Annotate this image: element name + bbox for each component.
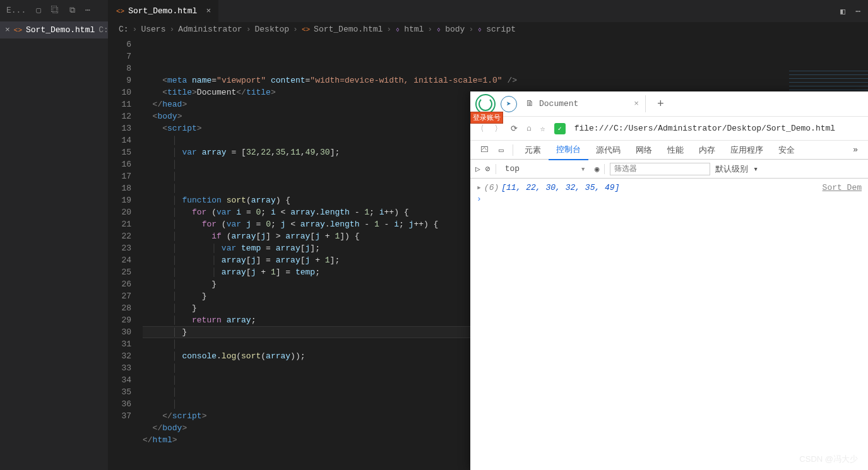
line-number: 8 (109, 62, 131, 74)
devtools-tab[interactable]: 应用程序 (723, 141, 771, 160)
new-file-icon[interactable]: ▢ (36, 5, 41, 15)
symbol-icon: ⬨ (436, 25, 441, 34)
inspect-icon[interactable]: ⮹ (475, 145, 494, 155)
line-number: 36 (109, 398, 131, 410)
side-panel: E... ▢ ⿻ ⧉ ⋯ × <> Sort_Demo.html C:... (0, 0, 109, 470)
source-link[interactable]: Sort_Dem (823, 183, 862, 192)
line-number: 7 (109, 50, 131, 62)
devtools-tab[interactable]: 源代码 (588, 141, 628, 160)
line-number: 31 (109, 338, 131, 350)
navigate-icon[interactable]: ➤ (501, 96, 517, 112)
line-number: 37 (109, 410, 131, 422)
editor-tabs: <> Sort_Demo.html × ◧ ⋯ (109, 0, 868, 22)
line-number: 26 (109, 278, 131, 290)
browser-titlebar: 登录账号 ➤ 🗎 Document × + (470, 91, 868, 117)
favorite-icon[interactable]: ☆ (540, 124, 545, 134)
symbol-icon: ⬨ (395, 25, 400, 34)
line-number: 24 (109, 254, 131, 266)
login-badge[interactable]: 登录账号 (470, 112, 503, 124)
line-number: 11 (109, 98, 131, 110)
devtools-tab[interactable]: 控制台 (549, 140, 588, 160)
new-folder-icon[interactable]: ⿻ (51, 6, 59, 15)
array-length: (6) (484, 183, 499, 192)
line-number: 6 (109, 38, 131, 50)
line-number: 22 (109, 230, 131, 242)
line-number: 21 (109, 218, 131, 230)
html-file-icon: <> (302, 26, 310, 33)
devtools-tab[interactable]: 元素 (517, 141, 549, 160)
breadcrumb-segment[interactable]: html (404, 25, 424, 34)
activity-icons: E... ▢ ⿻ ⧉ ⋯ (0, 0, 108, 20)
console-prompt-icon[interactable]: › (477, 194, 862, 204)
open-editor-tab[interactable]: × <> Sort_Demo.html C:... (0, 21, 108, 38)
devtools-tab[interactable]: 性能 (660, 141, 691, 160)
address-bar[interactable]: file:///C:/Users/Administrator/Desktop/S… (574, 124, 862, 133)
line-number: 17 (109, 170, 131, 182)
log-level-selector[interactable]: 默认级别 ▾ (715, 163, 758, 175)
console-array-line[interactable]: ▸ (6) [11, 22, 30, 32, 35, 49] Sort_Dem (477, 182, 862, 192)
line-number: 25 (109, 266, 131, 278)
watermark: CSDN @冯大少 (799, 454, 858, 465)
explorer-label[interactable]: E... (6, 6, 26, 15)
more-tabs-icon[interactable]: » (848, 145, 863, 155)
line-number: 15 (109, 146, 131, 158)
breadcrumb-segment[interactable]: Desktop (254, 25, 289, 34)
close-icon[interactable]: × (5, 25, 10, 35)
console-output[interactable]: ▸ (6) [11, 22, 30, 32, 35, 49] Sort_Dem … (470, 179, 868, 470)
new-tab-button[interactable]: + (648, 98, 673, 110)
collapse-icon[interactable]: ⧉ (69, 6, 75, 15)
browser-window: 登录账号 ➤ 🗎 Document × + 〈 〉 ⟳ ⌂ ☆ ✓ file:/… (470, 91, 868, 470)
context-selector[interactable]: top▾ (501, 164, 590, 174)
breadcrumb-segment[interactable]: script (486, 25, 516, 34)
code-line[interactable]: <meta name="viewport" content="width=dev… (143, 74, 868, 86)
breadcrumb-segment[interactable]: C: (119, 25, 129, 34)
clear-console-icon[interactable]: ⊘ (485, 164, 490, 174)
breadcrumb[interactable]: C:›Users›Administrator›Desktop›<>Sort_De… (109, 22, 868, 37)
browser-tab[interactable]: 🗎 Document × (520, 95, 646, 112)
console-toolbar: ▷ ⊘ top▾ ◉ 默认级别 ▾ (470, 160, 868, 179)
line-number: 16 (109, 158, 131, 170)
line-number: 35 (109, 386, 131, 398)
devtools-tab[interactable]: 安全 (771, 141, 802, 160)
browser-toolbar: 〈 〉 ⟳ ⌂ ☆ ✓ file:///C:/Users/Administrat… (470, 117, 868, 141)
breadcrumb-segment[interactable]: Administrator (178, 25, 242, 34)
filter-input[interactable] (610, 163, 710, 175)
line-number: 13 (109, 122, 131, 134)
line-number: 33 (109, 362, 131, 374)
breadcrumb-segment[interactable]: Sort_Demo.html (314, 25, 383, 34)
devtools-tab[interactable]: 内存 (691, 141, 723, 160)
symbol-icon: ⬨ (477, 25, 482, 34)
split-editor-icon[interactable]: ◧ (840, 6, 845, 16)
forward-icon[interactable]: 〉 (495, 123, 501, 134)
devtools-tabs: ⮹ ▭ 元素控制台源代码网络性能内存应用程序安全» (470, 141, 868, 160)
html-file-icon: <> (116, 8, 124, 15)
expand-icon[interactable]: ▸ (477, 182, 482, 192)
more-actions-icon[interactable]: ⋯ (855, 6, 860, 16)
back-icon[interactable]: 〈 (478, 123, 484, 134)
close-icon[interactable]: × (634, 99, 639, 109)
line-number: 34 (109, 374, 131, 386)
array-values: [11, 22, 30, 32, 35, 49] (501, 183, 619, 192)
play-icon[interactable]: ▷ (475, 164, 480, 174)
context-value: top (505, 164, 520, 173)
line-number: 18 (109, 182, 131, 194)
line-number: 30 (109, 326, 131, 338)
live-expression-icon[interactable]: ◉ (595, 164, 600, 174)
line-number: 10 (109, 86, 131, 98)
security-shield-icon[interactable]: ✓ (554, 123, 566, 134)
home-icon[interactable]: ⌂ (526, 124, 532, 133)
more-icon[interactable]: ⋯ (85, 5, 90, 15)
breadcrumb-segment[interactable]: body (445, 25, 465, 34)
breadcrumb-segment[interactable]: Users (141, 25, 165, 34)
line-number: 27 (109, 290, 131, 302)
line-gutter: 6789101112131415161718192021222324252627… (109, 37, 143, 470)
browser-logo-icon (475, 94, 496, 114)
editor-tab-active[interactable]: <> Sort_Demo.html × (109, 0, 219, 22)
line-number: 12 (109, 110, 131, 122)
reload-icon[interactable]: ⟳ (511, 124, 518, 134)
line-number: 29 (109, 314, 131, 326)
devtools-tab[interactable]: 网络 (628, 141, 660, 160)
device-icon[interactable]: ▭ (494, 145, 509, 155)
close-icon[interactable]: × (206, 6, 211, 16)
line-number: 28 (109, 302, 131, 314)
